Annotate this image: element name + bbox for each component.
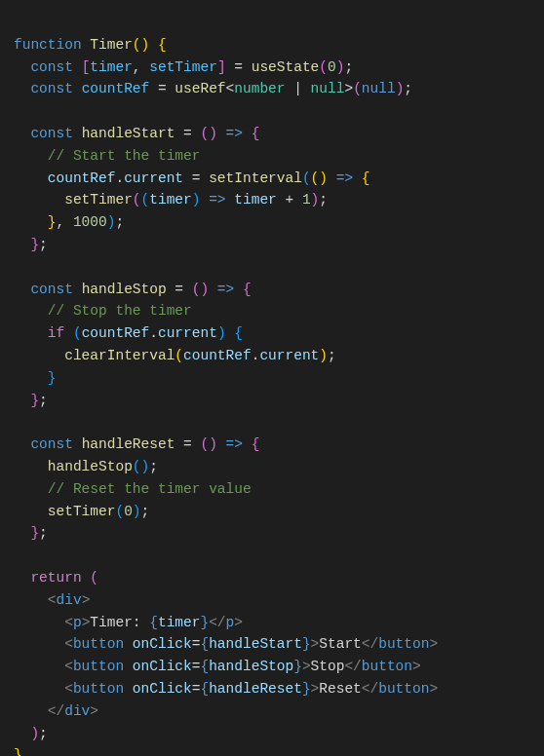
code-editor: function Timer() { const [timer, setTime…: [0, 0, 544, 756]
number-literal: 0: [124, 504, 133, 519]
jsx-tag: button: [73, 636, 124, 652]
code-line: setTimer((timer) => timer + 1);: [14, 192, 328, 208]
jsx-text: Start: [319, 636, 362, 652]
keyword-const: const: [30, 126, 73, 141]
code-line: countRef.current = setInterval(() => {: [14, 170, 370, 186]
code-line: }: [14, 370, 57, 386]
property: current: [259, 348, 319, 363]
code-line: const handleStart = () => {: [14, 126, 259, 141]
function-call: setTimer: [48, 504, 116, 519]
blank-line: [14, 259, 22, 275]
type: null: [311, 81, 345, 96]
comment: // Reset the timer value: [48, 481, 252, 497]
jsx-text: Stop: [311, 659, 345, 674]
function-call: useState: [252, 59, 320, 75]
jsx-tag: div: [57, 592, 82, 608]
variable: handleStop: [82, 282, 167, 297]
keyword-return: return: [30, 570, 81, 586]
keyword-function: function: [14, 37, 82, 53]
code-line: <button onClick={handleReset}>Reset</but…: [14, 681, 438, 697]
variable: countRef: [82, 81, 150, 96]
param: timer: [149, 192, 192, 208]
variable: handleStart: [209, 636, 302, 652]
property: current: [158, 325, 217, 341]
code-line: if (countRef.current) {: [14, 325, 243, 341]
code-line: const countRef = useRef<number | null>(n…: [14, 81, 412, 96]
code-line: return (: [14, 570, 98, 586]
keyword-const: const: [30, 436, 73, 452]
code-line: <div>: [14, 592, 90, 608]
number-literal: 1: [302, 192, 311, 208]
code-line: function Timer() {: [14, 37, 167, 53]
variable: countRef: [183, 348, 252, 363]
code-line: };: [14, 237, 48, 252]
variable: countRef: [82, 325, 150, 341]
code-line: handleStop();: [14, 459, 158, 474]
code-line: <button onClick={handleStart}>Start</but…: [14, 636, 438, 652]
comment: // Start the timer: [48, 148, 201, 164]
variable: handleStart: [82, 126, 175, 141]
code-line: <button onClick={handleStop}>Stop</butto…: [14, 659, 421, 674]
variable: timer: [158, 615, 201, 630]
code-line: // Stop the timer: [14, 303, 192, 319]
variable: timer: [234, 192, 277, 208]
code-line: clearInterval(countRef.current);: [14, 348, 336, 363]
jsx-text: Reset: [319, 681, 362, 697]
keyword-const: const: [30, 282, 73, 297]
blank-line: [14, 548, 22, 563]
code-line: }: [14, 747, 22, 756]
variable: countRef: [48, 170, 116, 186]
jsx-tag: div: [64, 703, 90, 719]
variable: handleReset: [82, 436, 175, 452]
jsx-tag: p: [73, 615, 82, 630]
property: current: [124, 170, 183, 186]
jsx-attr: onClick: [133, 636, 192, 652]
jsx-tag: button: [73, 659, 124, 674]
function-call: handleStop: [48, 459, 133, 474]
number-literal: 1000: [73, 214, 107, 230]
keyword-if: if: [48, 325, 64, 341]
code-line: const handleReset = () => {: [14, 436, 259, 452]
code-line: };: [14, 525, 48, 541]
variable: handleReset: [209, 681, 302, 697]
blank-line: [14, 414, 22, 430]
code-line: const handleStop = () => {: [14, 282, 252, 297]
variable: timer: [90, 59, 133, 75]
function-call: setTimer: [64, 192, 133, 208]
jsx-attr: onClick: [133, 681, 192, 697]
code-line: );: [14, 726, 48, 741]
code-line: setTimer(0);: [14, 504, 149, 519]
keyword-const: const: [30, 81, 73, 96]
variable: setTimer: [149, 59, 217, 75]
code-line: // Start the timer: [14, 148, 200, 164]
function-call: useRef: [175, 81, 225, 96]
code-line: };: [14, 393, 48, 408]
keyword-const: const: [30, 59, 73, 75]
code-line: // Reset the timer value: [14, 481, 252, 497]
code-line: <p>Timer: {timer}</p>: [14, 615, 243, 630]
type: number: [234, 81, 285, 96]
function-call: setInterval: [209, 170, 302, 186]
blank-line: [14, 103, 22, 119]
code-line: }, 1000);: [14, 214, 124, 230]
function-name: Timer: [90, 37, 133, 53]
comment: // Stop the timer: [48, 303, 192, 319]
code-line: </div>: [14, 703, 98, 719]
code-line: const [timer, setTimer] = useState(0);: [14, 59, 353, 75]
number-literal: 0: [328, 59, 336, 75]
jsx-text: Timer:: [90, 615, 149, 630]
jsx-attr: onClick: [133, 659, 192, 674]
keyword-null: null: [362, 81, 396, 96]
variable: handleStop: [209, 659, 293, 674]
jsx-tag: button: [73, 681, 124, 697]
function-call: clearInterval: [64, 348, 175, 363]
